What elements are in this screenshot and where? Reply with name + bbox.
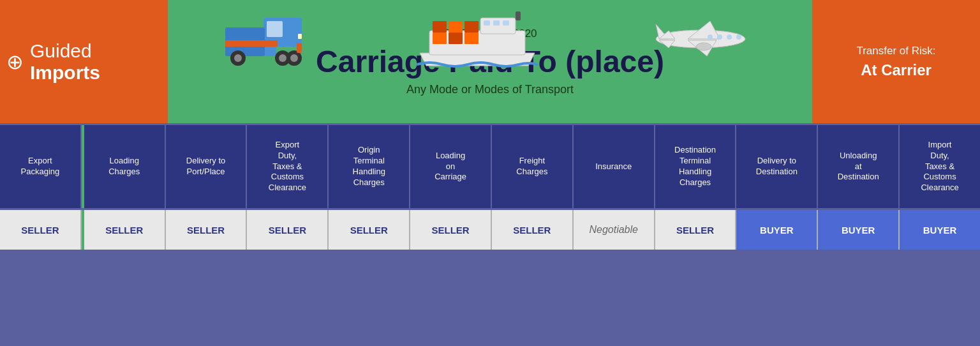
values-row: SELLER SELLER SELLER SELLER SELLER SELLE… (0, 208, 980, 250)
incoterm-subtitle: Any Mode or Modes of Transport (406, 83, 574, 96)
incoterm-title: Carriage Paid To (place) (316, 44, 664, 79)
col-destination-terminal: DestinationTerminalHandlingCharges (655, 125, 737, 208)
col-loading-carriage: LoadingonCarriage (410, 125, 492, 208)
val-loading-charges: SELLER (82, 210, 166, 250)
val-destination-terminal: SELLER (655, 210, 737, 250)
column-headers: ExportPackaging LoadingCharges Delivery … (0, 123, 980, 208)
col-export-duty: ExportDuty,Taxes &CustomsClearance (247, 125, 329, 208)
val-delivery-destination: BUYER (736, 210, 818, 250)
logo-icon: ⊕ (6, 50, 24, 74)
incoterm-label: CPT Incoterm 2020 (443, 27, 537, 40)
val-delivery-port: SELLER (166, 210, 248, 250)
val-unloading-destination: BUYER (818, 210, 900, 250)
val-export-duty: SELLER (247, 210, 329, 250)
logo-text-bold: Imports (30, 62, 100, 83)
val-insurance: Negotiable (574, 210, 655, 250)
risk-cell: Transfer of Risk: At Carrier (812, 0, 980, 123)
col-delivery-destination: Delivery toDestination (736, 125, 818, 208)
risk-value: At Carrier (861, 61, 932, 79)
risk-label: Transfer of Risk: (856, 45, 935, 57)
col-unloading-destination: UnloadingatDestination (818, 125, 900, 208)
col-origin-terminal: OriginTerminalHandlingCharges (329, 125, 410, 208)
val-import-duty: BUYER (900, 210, 980, 250)
logo-text: Guided Imports (30, 40, 161, 84)
val-origin-terminal: SELLER (329, 210, 410, 250)
col-insurance: Insurance (574, 125, 655, 208)
val-loading-carriage: SELLER (410, 210, 492, 250)
logo-text-plain: Guided (30, 40, 92, 61)
col-loading-charges: LoadingCharges (82, 125, 166, 208)
col-freight-charges: FreightCharges (492, 125, 574, 208)
title-cell: CPT Incoterm 2020 Carriage Paid To (plac… (168, 0, 812, 123)
val-export-packaging: SELLER (0, 210, 82, 250)
col-import-duty: ImportDuty,Taxes &CustomsClearance (900, 125, 980, 208)
col-delivery-port: Delivery toPort/Place (166, 125, 248, 208)
val-freight-charges: SELLER (492, 210, 574, 250)
col-export-packaging: ExportPackaging (0, 125, 82, 208)
logo-cell: ⊕ Guided Imports (0, 0, 168, 123)
